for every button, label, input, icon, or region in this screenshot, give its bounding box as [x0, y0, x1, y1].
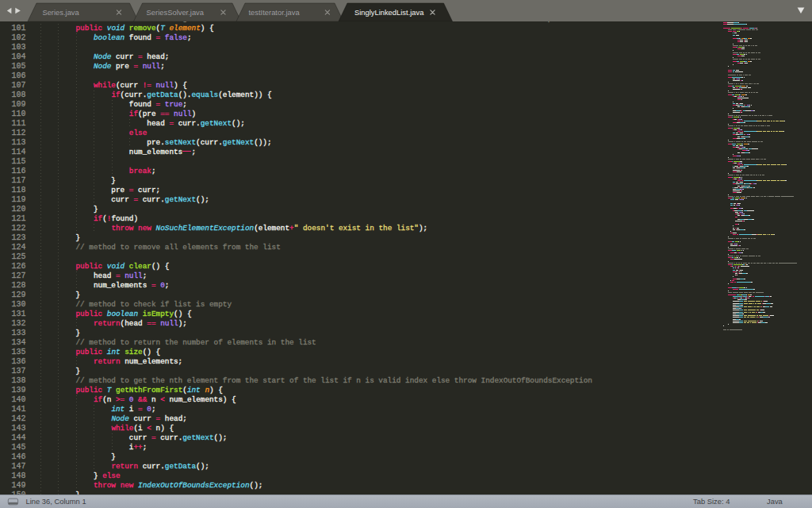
- svg-text:Series.java: Series.java: [42, 8, 79, 17]
- svg-text:Line 36, Column 1: Line 36, Column 1: [26, 497, 86, 506]
- svg-text:SinglyLinkedList.java: SinglyLinkedList.java: [354, 8, 424, 17]
- svg-text:Tab Size: 4: Tab Size: 4: [693, 497, 730, 506]
- svg-text:testIterator.java: testIterator.java: [249, 8, 301, 17]
- svg-text:SeriesSolver.java: SeriesSolver.java: [147, 8, 205, 17]
- svg-text:Java: Java: [767, 497, 783, 506]
